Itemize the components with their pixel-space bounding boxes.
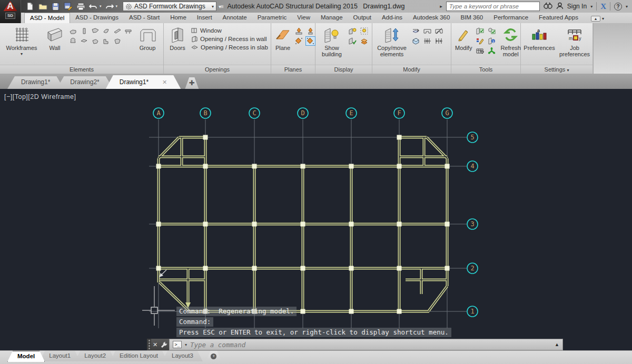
customize-wrench-icon[interactable]: [161, 341, 167, 348]
layout-tab-layout3[interactable]: Layout3: [162, 351, 203, 361]
redo-dropdown-caret[interactable]: ▾: [116, 4, 118, 8]
save-as-icon[interactable]: [63, 2, 73, 11]
column-node[interactable]: [397, 135, 402, 140]
command-prompt-caret-icon[interactable]: ▾: [185, 342, 187, 347]
exchange-apps-icon[interactable]: X: [600, 2, 606, 11]
window-button[interactable]: Window: [191, 27, 268, 34]
command-dock-grip[interactable]: [147, 339, 151, 350]
wall-button[interactable]: Wall: [43, 25, 66, 65]
new-layout-button[interactable]: +: [206, 351, 222, 361]
column-node[interactable]: [397, 309, 402, 314]
refresh-model-button[interactable]: Refresh model: [499, 25, 522, 65]
search-expand-icon[interactable]: ▸: [440, 4, 442, 9]
layout-tab-edition-layout[interactable]: Edition Layout: [110, 351, 167, 361]
element-icon-10[interactable]: [102, 37, 111, 45]
edit-style-icon[interactable]: [476, 37, 485, 45]
numbering-icon[interactable]: 3: [487, 37, 496, 45]
copy-move-elements-button[interactable]: Copy/move elements: [374, 25, 409, 65]
column-node[interactable]: [349, 309, 354, 314]
ribbon-tab-asd-drawings[interactable]: ASD - Drawings: [70, 13, 124, 23]
command-history-expand-icon[interactable]: ▲: [555, 342, 559, 347]
column-node[interactable]: [445, 222, 450, 227]
ribbon-tab-autodesk-360[interactable]: Autodesk 360: [408, 13, 455, 23]
ribbon-tab-performance[interactable]: Performance: [488, 13, 534, 23]
column-node[interactable]: [156, 266, 161, 271]
qat-more-icon[interactable]: ▾≡: [219, 4, 223, 9]
column-node[interactable]: [349, 266, 354, 271]
column-node[interactable]: [301, 222, 305, 227]
panel-label-settings[interactable]: Settings ▾: [521, 65, 592, 74]
drawing-tab-2[interactable]: Drawing2*: [56, 76, 113, 89]
sign-in-button[interactable]: Sign In: [567, 3, 587, 10]
axes-clover-icon[interactable]: [487, 47, 496, 55]
job-preferences-button[interactable]: my Job preferences: [558, 25, 591, 65]
new-drawing-tab-button[interactable]: ✚: [185, 77, 199, 89]
verify-wall-icon[interactable]: [476, 27, 485, 35]
application-menu-button[interactable]: A SD: [0, 0, 21, 23]
element-icon-1[interactable]: [68, 27, 77, 35]
element-icon-3[interactable]: [91, 27, 100, 35]
viewport-controls[interactable]: [−][Top][2D Wireframe]: [4, 93, 76, 100]
drawing-tab-3[interactable]: Drawing1*✕: [106, 75, 181, 89]
layout-tab-layout2[interactable]: Layout2: [75, 351, 115, 361]
column-node[interactable]: [301, 266, 305, 271]
column-node[interactable]: [445, 266, 450, 271]
close-tab-icon[interactable]: ✕: [162, 79, 167, 86]
close-icon[interactable]: ✕: [153, 341, 157, 348]
element-icon-5[interactable]: [113, 27, 122, 35]
command-prompt-icon[interactable]: >_: [173, 341, 182, 348]
ribbon-tab-featured-apps[interactable]: Featured Apps: [534, 13, 584, 23]
column-node[interactable]: [203, 135, 208, 140]
keyword-search-input[interactable]: [446, 2, 540, 11]
layout-tab-layout1[interactable]: Layout1: [39, 351, 80, 361]
help-icon[interactable]: ?: [614, 3, 622, 11]
column-node[interactable]: [301, 309, 305, 314]
column-node[interactable]: [301, 164, 305, 169]
column-node[interactable]: [397, 266, 402, 271]
new-file-icon[interactable]: [25, 2, 35, 11]
hide-element-icon[interactable]: [360, 27, 369, 35]
show-building-button[interactable]: Show building: [318, 25, 346, 65]
edit-profile-icon[interactable]: [423, 27, 432, 35]
column-node[interactable]: [349, 222, 354, 227]
verify-group-icon[interactable]: [487, 27, 496, 35]
column-node[interactable]: [156, 222, 161, 227]
layout-tab-model[interactable]: Model: [7, 351, 45, 362]
level-up-icon[interactable]: [294, 27, 303, 35]
save-icon[interactable]: [51, 2, 60, 11]
open-folder-icon[interactable]: [38, 2, 47, 11]
plane-points-icon[interactable]: [294, 37, 303, 45]
element-icon-8[interactable]: [80, 37, 88, 45]
ribbon-tab-annotate[interactable]: Annotate: [218, 13, 252, 23]
column-node[interactable]: [203, 222, 208, 227]
drawing-tab-1[interactable]: Drawing1*: [7, 76, 64, 89]
element-icon-2[interactable]: [80, 27, 88, 35]
element-icon-7[interactable]: [68, 37, 77, 45]
plane-button[interactable]: Plane: [273, 25, 292, 65]
column-node[interactable]: [397, 164, 402, 169]
column-node[interactable]: [445, 164, 450, 169]
ribbon-tab-asd-model[interactable]: ASD - Model: [24, 13, 70, 23]
workframes-button[interactable]: Workframes ▾: [2, 25, 41, 65]
column-node[interactable]: [349, 164, 354, 169]
show-selected-icon[interactable]: [348, 37, 357, 45]
redo-icon[interactable]: [105, 2, 114, 11]
help-caret-icon[interactable]: ▾: [626, 4, 628, 9]
doors-button[interactable]: Doors: [166, 25, 189, 65]
workspace-switcher[interactable]: ASD Formwork Drawings ▾: [123, 2, 216, 11]
table-cursor-icon[interactable]: [476, 47, 485, 55]
undo-dropdown-caret[interactable]: ▾: [100, 4, 102, 8]
ribbon-tab-bim-360[interactable]: BIM 360: [455, 13, 488, 23]
opening-recess-slab-button[interactable]: Opening / Recess in slab: [191, 44, 268, 50]
sign-in-caret-icon[interactable]: ▾: [590, 4, 592, 9]
merge-grid-icon[interactable]: [434, 37, 443, 45]
command-line-dock[interactable]: ✕ >_ ▾ ▲: [147, 339, 563, 350]
column-node[interactable]: [252, 266, 257, 271]
undo-icon[interactable]: [88, 2, 98, 11]
show-element-icon[interactable]: [348, 27, 357, 35]
opening-recess-wall-button[interactable]: Opening / Recess in wall: [191, 36, 268, 42]
ribbon-tab-view[interactable]: View: [292, 13, 315, 23]
model-viewport[interactable]: ABCDEFG54321 [−][Top][2D Wireframe] Comm…: [0, 89, 632, 350]
ribbon-tab-parametric[interactable]: Parametric: [252, 13, 292, 23]
rotate-slab-icon[interactable]: [411, 27, 420, 35]
